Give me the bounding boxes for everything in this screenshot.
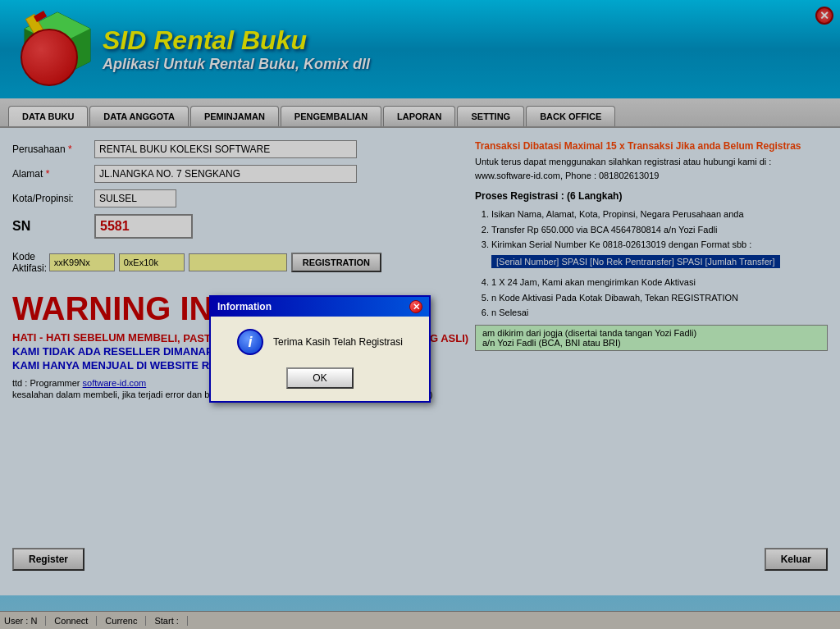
modal-content: i Terima Kasih Telah Registrasi [237, 329, 403, 355]
modal-body: i Terima Kasih Telah Registrasi OK [211, 317, 429, 401]
modal-close-button[interactable]: ✕ [409, 300, 422, 313]
modal-ok-button[interactable]: OK [286, 367, 353, 389]
modal-info-icon: i [237, 329, 263, 355]
modal-titlebar: Information ✕ [211, 297, 429, 317]
information-modal: Information ✕ i Terima Kasih Telah Regis… [209, 295, 431, 403]
modal-overlay: Information ✕ i Terima Kasih Telah Regis… [0, 0, 840, 629]
modal-title: Information [217, 301, 272, 312]
modal-message: Terima Kasih Telah Registrasi [273, 336, 403, 348]
